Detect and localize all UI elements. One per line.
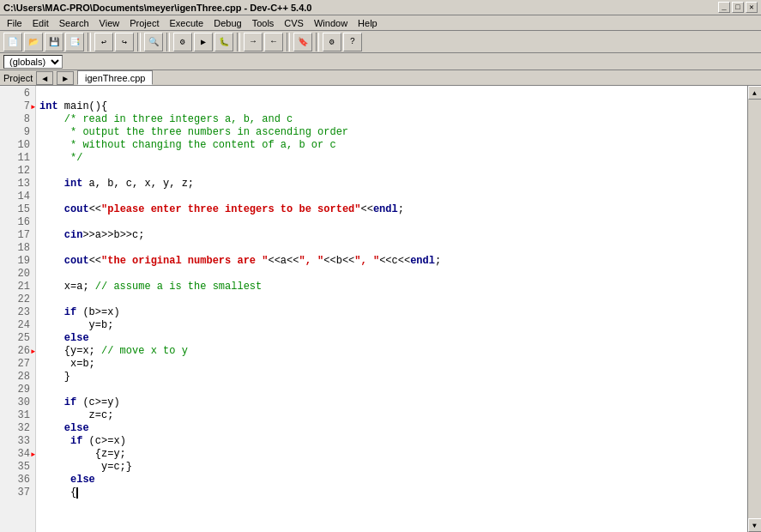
- code-line: */: [39, 152, 744, 165]
- dropdown-bar: (globals): [0, 53, 761, 70]
- line-number: 27: [0, 358, 35, 371]
- menu-file[interactable]: File: [2, 17, 27, 29]
- code-line: * without changing the content of a, b o…: [39, 139, 744, 152]
- new-button[interactable]: 📄: [3, 33, 22, 51]
- code-area[interactable]: int main(){ /* read in three integers a,…: [36, 86, 747, 532]
- menu-tools[interactable]: Tools: [247, 17, 280, 29]
- scroll-down-button[interactable]: ▼: [748, 518, 762, 532]
- code-line: x=a; // assume a is the smallest: [39, 281, 744, 293]
- code-line: else: [39, 474, 744, 487]
- code-line: cout<<"the original numbers are "<<a<<",…: [39, 255, 744, 268]
- search-button[interactable]: 🔍: [144, 33, 163, 51]
- line-number: 13: [0, 178, 35, 190]
- code-line: y=b;: [39, 319, 744, 332]
- code-line: z=c;: [39, 409, 744, 422]
- bookmark-button[interactable]: 🔖: [293, 33, 312, 51]
- menu-view[interactable]: View: [94, 17, 125, 29]
- line-number: 22: [0, 293, 35, 306]
- toolbar-separator-2: [137, 33, 141, 51]
- unindent-button[interactable]: ←: [264, 33, 283, 51]
- vertical-scrollbar[interactable]: ▲ ▼: [747, 86, 761, 532]
- line-number: 24: [0, 319, 35, 332]
- line-number: 14: [0, 190, 35, 203]
- project-label: Project: [3, 73, 33, 83]
- code-line: if (b>=x): [39, 306, 744, 319]
- line-number: 11: [0, 152, 35, 165]
- code-line: {z=y;: [39, 448, 744, 461]
- line-number: 32: [0, 422, 35, 435]
- line-number: 7: [0, 100, 35, 113]
- title-bar: C:\Users\MAC-PRO\Documents\meyer\igenThr…: [0, 0, 761, 15]
- code-line: x=b;: [39, 358, 744, 371]
- line-number: 12: [0, 165, 35, 178]
- scroll-up-button[interactable]: ▲: [748, 86, 762, 100]
- debug-button[interactable]: 🐛: [214, 33, 233, 51]
- save-all-button[interactable]: 📑: [65, 33, 84, 51]
- line-number: 19: [0, 255, 35, 268]
- menu-debug[interactable]: Debug: [208, 17, 246, 29]
- code-line: int main(){: [39, 100, 744, 113]
- undo-button[interactable]: ↩: [94, 33, 113, 51]
- open-button[interactable]: 📂: [24, 33, 43, 51]
- menu-execute[interactable]: Execute: [164, 17, 208, 29]
- menu-bar: File Edit Search View Project Execute De…: [0, 15, 761, 31]
- code-line: [39, 268, 744, 281]
- file-tab[interactable]: igenThree.cpp: [77, 70, 153, 85]
- line-number: 10: [0, 139, 35, 152]
- menu-search[interactable]: Search: [54, 17, 94, 29]
- project-nav-left[interactable]: ◄: [36, 71, 53, 85]
- run-button[interactable]: ▶: [194, 33, 213, 51]
- help-toolbar-button[interactable]: ?: [343, 33, 362, 51]
- line-number: 34: [0, 448, 35, 461]
- code-line: [39, 88, 744, 100]
- code-line: y=c;}: [39, 461, 744, 474]
- menu-project[interactable]: Project: [124, 17, 164, 29]
- code-line: * output the three numbers in ascending …: [39, 126, 744, 139]
- menu-cvs[interactable]: CVS: [279, 17, 309, 29]
- code-line: {y=x; // move x to y: [39, 345, 744, 358]
- code-line: [39, 242, 744, 255]
- save-button[interactable]: 💾: [45, 33, 63, 51]
- redo-button[interactable]: ↪: [115, 33, 134, 51]
- line-number: 8: [0, 113, 35, 126]
- maximize-button[interactable]: □: [732, 2, 744, 13]
- window-controls: _ □ ✕: [718, 2, 758, 13]
- line-number: 35: [0, 461, 35, 474]
- line-number: 23: [0, 306, 35, 319]
- code-line: else: [39, 422, 744, 435]
- line-number: 20: [0, 268, 35, 281]
- code-line: [39, 384, 744, 396]
- toolbar-separator-5: [287, 33, 290, 51]
- code-line: int a, b, c, x, y, z;: [39, 178, 744, 190]
- line-number: 18: [0, 242, 35, 255]
- line-number: 26: [0, 345, 35, 358]
- code-line: [39, 216, 744, 229]
- tab-bar: Project ◄ ► igenThree.cpp: [0, 70, 761, 86]
- options-button[interactable]: ⚙: [323, 33, 341, 51]
- code-line: [39, 293, 744, 306]
- code-line: else: [39, 332, 744, 345]
- code-line: {: [39, 487, 744, 499]
- compile-button[interactable]: ⚙: [173, 33, 192, 51]
- menu-edit[interactable]: Edit: [27, 17, 54, 29]
- menu-help[interactable]: Help: [353, 17, 383, 29]
- code-line: [39, 165, 744, 178]
- line-number: 21: [0, 281, 35, 293]
- scroll-track[interactable]: [748, 100, 762, 518]
- indent-button[interactable]: →: [244, 33, 263, 51]
- line-number: 25: [0, 332, 35, 345]
- scope-dropdown[interactable]: (globals): [3, 55, 63, 69]
- project-nav-right[interactable]: ►: [57, 71, 74, 85]
- close-button[interactable]: ✕: [746, 2, 758, 13]
- line-number: 30: [0, 396, 35, 409]
- code-line: cout<<"please enter three integers to be…: [39, 203, 744, 216]
- menu-window[interactable]: Window: [309, 17, 353, 29]
- line-number: 17: [0, 229, 35, 242]
- code-line: /* read in three integers a, b, and c: [39, 113, 744, 126]
- line-number: 6: [0, 88, 35, 100]
- toolbar: 📄 📂 💾 📑 ↩ ↪ 🔍 ⚙ ▶ 🐛 → ← 🔖 ⚙ ?: [0, 31, 761, 53]
- toolbar-separator-1: [88, 33, 91, 51]
- line-number: 37: [0, 487, 35, 499]
- line-number: 15: [0, 203, 35, 216]
- minimize-button[interactable]: _: [718, 2, 730, 13]
